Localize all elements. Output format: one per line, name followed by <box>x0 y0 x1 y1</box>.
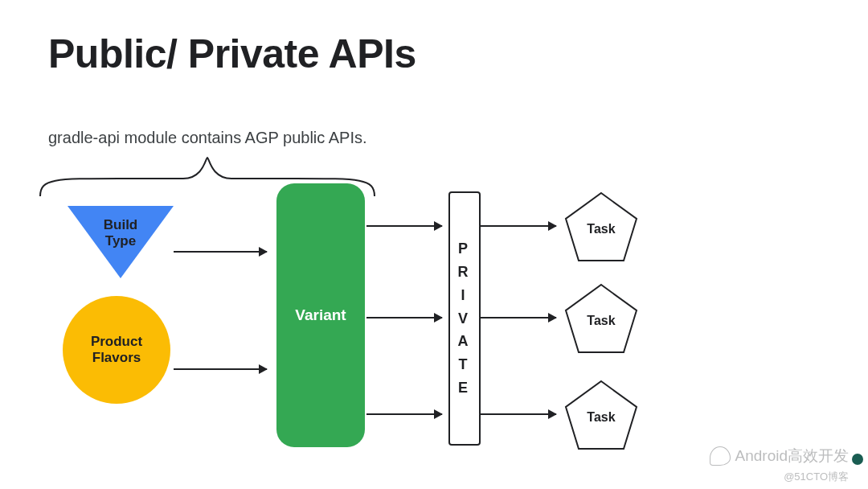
task-label-2: Task <box>564 314 638 328</box>
arrow-variant-to-private-2 <box>366 317 442 318</box>
variant-shape: Variant <box>276 183 365 447</box>
task-shape-2: Task <box>564 283 638 354</box>
task-shape-1: Task <box>564 191 638 262</box>
slide-container: Public/ Private APIs gradle-api module c… <box>0 0 868 489</box>
arrow-buildtype-to-variant <box>174 251 267 253</box>
task-label-3: Task <box>564 410 638 425</box>
arrow-private-to-task-1 <box>481 225 556 227</box>
arrow-flavors-to-variant <box>174 368 267 370</box>
watermark-account: Android高效开发 <box>710 446 850 466</box>
slide-subtitle: gradle-api module contains AGP public AP… <box>48 129 367 147</box>
watermark-account-text: Android高效开发 <box>735 446 850 466</box>
wechat-icon <box>710 446 731 466</box>
task-label-1: Task <box>564 222 638 236</box>
private-label: PRIVATE <box>458 237 472 400</box>
arrow-private-to-task-2 <box>481 317 556 318</box>
private-box: PRIVATE <box>448 191 481 446</box>
product-flavors-shape: Product Flavors <box>63 296 170 404</box>
build-type-label: Build Type <box>68 217 174 249</box>
slide-title: Public/ Private APIs <box>48 31 416 77</box>
build-type-shape: Build Type <box>68 206 174 278</box>
product-flavors-label: Product Flavors <box>91 334 142 367</box>
arrow-private-to-task-3 <box>481 413 556 415</box>
task-shape-3: Task <box>564 380 638 450</box>
variant-label: Variant <box>295 306 346 324</box>
arrow-variant-to-private-3 <box>366 413 442 415</box>
watermark-site: @51CTO博客 <box>784 470 849 484</box>
decorative-dot-icon <box>852 454 863 465</box>
arrow-variant-to-private-1 <box>366 225 442 227</box>
